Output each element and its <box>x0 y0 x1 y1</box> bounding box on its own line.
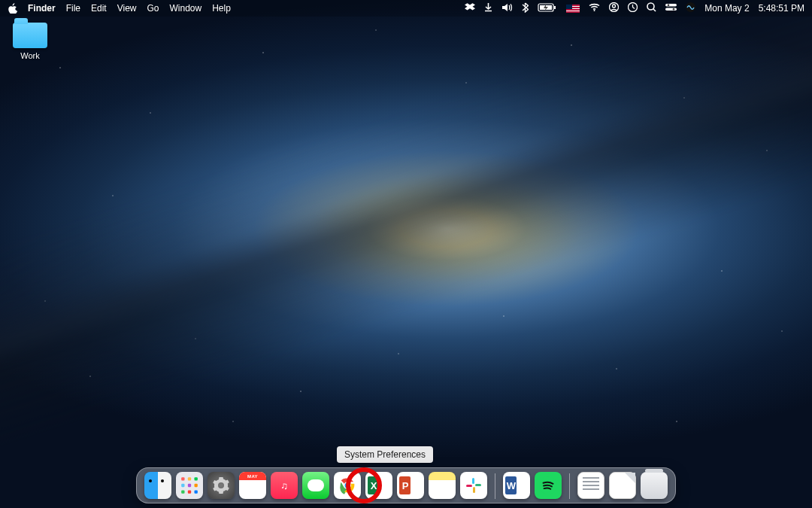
dock-separator <box>569 473 570 499</box>
dock-app-word[interactable]: W <box>503 472 530 499</box>
svg-rect-28 <box>466 485 472 487</box>
menu-go[interactable]: Go <box>147 3 159 14</box>
dock-app-spotify[interactable] <box>535 472 562 499</box>
clock-analog-icon[interactable] <box>628 2 638 14</box>
active-app-name[interactable]: Finder <box>28 3 56 14</box>
svg-rect-8 <box>665 4 677 7</box>
dock-app-finder[interactable] <box>144 472 171 499</box>
dock-app-messages[interactable] <box>302 472 329 499</box>
svg-rect-25 <box>472 478 474 484</box>
menu-file[interactable]: File <box>66 3 80 14</box>
control-center-icon[interactable] <box>665 3 677 14</box>
svg-rect-26 <box>475 484 481 486</box>
apple-menu[interactable] <box>8 3 17 14</box>
dock-trash[interactable] <box>641 472 668 499</box>
dock-document-2[interactable] <box>609 472 636 499</box>
wallpaper-stars <box>0 0 812 508</box>
svg-rect-19 <box>181 491 184 494</box>
dock-region: System Preferences MAY 2 ♫ X P <box>136 467 676 503</box>
wifi-icon[interactable] <box>589 3 600 14</box>
siri-icon[interactable] <box>686 2 695 14</box>
menu-help[interactable]: Help <box>212 3 231 14</box>
svg-rect-1 <box>554 6 556 9</box>
desktop-folder-work[interactable]: Work <box>9 23 51 60</box>
svg-rect-27 <box>473 487 475 493</box>
dock-app-powerpoint[interactable]: P <box>397 472 424 499</box>
battery-icon[interactable] <box>538 3 557 14</box>
menu-view[interactable]: View <box>117 3 137 14</box>
dock-app-system-preferences[interactable] <box>208 472 235 499</box>
dock-app-excel[interactable]: X <box>365 472 392 499</box>
svg-rect-20 <box>188 491 191 494</box>
dock-separator <box>495 473 495 499</box>
dock-app-calendar[interactable]: MAY 2 <box>239 472 266 499</box>
dropbox-icon[interactable] <box>465 3 475 14</box>
desktop-item-label: Work <box>9 51 51 60</box>
volume-icon[interactable] <box>501 3 513 14</box>
svg-rect-21 <box>195 491 198 494</box>
svg-point-10 <box>668 4 670 6</box>
svg-point-5 <box>613 5 616 8</box>
menubar-time[interactable]: 5:48:51 PM <box>759 3 804 14</box>
calendar-month: MAY <box>239 472 266 480</box>
dock-app-launchpad[interactable] <box>176 472 203 499</box>
dock: MAY 2 ♫ X P W <box>136 467 676 503</box>
menu-edit[interactable]: Edit <box>91 3 107 14</box>
input-flag-us-icon[interactable] <box>566 5 580 13</box>
dock-tooltip: System Preferences <box>337 446 433 463</box>
menubar: Finder File Edit View Go Window Help Mon… <box>0 0 812 17</box>
menubar-date[interactable]: Mon May 2 <box>704 3 749 14</box>
dock-app-notes[interactable] <box>429 472 456 499</box>
spotlight-icon[interactable] <box>647 2 656 14</box>
dock-document-1[interactable] <box>577 472 604 499</box>
folder-icon <box>13 23 47 48</box>
svg-rect-15 <box>195 477 198 480</box>
download-icon[interactable] <box>484 2 492 14</box>
menu-window[interactable]: Window <box>170 3 202 14</box>
svg-rect-14 <box>188 477 191 480</box>
svg-rect-17 <box>188 484 191 487</box>
svg-point-7 <box>647 3 654 10</box>
wallpaper-galaxy <box>0 0 812 459</box>
calendar-day: 2 <box>239 480 266 496</box>
svg-point-11 <box>673 8 675 11</box>
svg-rect-18 <box>195 484 198 487</box>
dock-app-slack[interactable] <box>460 472 487 499</box>
desktop[interactable]: Finder File Edit View Go Window Help Mon… <box>0 0 812 508</box>
user-icon[interactable] <box>609 2 619 14</box>
dock-app-chrome[interactable] <box>334 472 361 499</box>
bluetooth-icon[interactable] <box>522 2 529 15</box>
dock-app-music[interactable]: ♫ <box>271 472 298 499</box>
svg-rect-13 <box>181 477 184 480</box>
svg-rect-16 <box>181 484 184 487</box>
svg-rect-9 <box>665 8 677 11</box>
svg-point-3 <box>594 10 595 11</box>
